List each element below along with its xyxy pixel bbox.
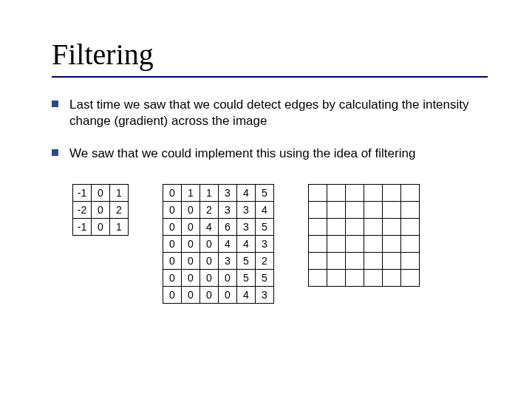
slide: Filtering Last time we saw that we could…: [0, 0, 532, 399]
cell: 3: [237, 202, 256, 219]
cell: [364, 185, 383, 202]
page-title: Filtering: [52, 37, 488, 72]
tables-row: -1 0 1 -2 0 2 -1 0 1 0 1 1 3 4 5: [52, 184, 488, 304]
cell: 1: [200, 185, 219, 202]
table-row: 0 0 0 0 5 5: [163, 270, 274, 287]
cell: [383, 219, 401, 236]
cell: [401, 270, 420, 287]
cell: [383, 253, 401, 270]
table-row: [309, 185, 420, 202]
cell: 2: [256, 253, 274, 270]
cell: [309, 236, 327, 253]
cell: 0: [92, 202, 110, 219]
table-row: -2 0 2: [73, 202, 129, 219]
cell: [346, 202, 364, 219]
cell: 5: [256, 270, 274, 287]
cell: [346, 270, 364, 287]
cell: 0: [219, 287, 237, 304]
cell: [327, 270, 346, 287]
cell: [364, 236, 383, 253]
cell: 0: [163, 202, 182, 219]
cell: 1: [110, 185, 129, 202]
cell: 0: [200, 253, 219, 270]
cell: [346, 185, 364, 202]
cell: [383, 270, 401, 287]
cell: [327, 185, 346, 202]
cell: 3: [219, 185, 237, 202]
cell: 4: [219, 236, 237, 253]
cell: [383, 236, 401, 253]
cell: [309, 253, 327, 270]
table-row: [309, 202, 420, 219]
cell: [383, 185, 401, 202]
cell: 2: [200, 202, 219, 219]
cell: 2: [110, 202, 129, 219]
cell: [401, 236, 420, 253]
cell: [346, 219, 364, 236]
table-row: 0 0 0 0 4 3: [163, 287, 274, 304]
table-row: 0 0 4 6 3 5: [163, 219, 274, 236]
table-row: -1 0 1: [73, 219, 129, 236]
cell: 0: [163, 287, 182, 304]
cell: 4: [237, 236, 256, 253]
cell: [364, 270, 383, 287]
table-row: [309, 270, 420, 287]
cell: 3: [256, 236, 274, 253]
cell: 3: [237, 219, 256, 236]
cell: 0: [92, 219, 110, 236]
cell: 5: [237, 270, 256, 287]
cell: 6: [219, 219, 237, 236]
cell: [401, 202, 420, 219]
cell: 1: [110, 219, 129, 236]
cell: [327, 219, 346, 236]
cell: 0: [163, 270, 182, 287]
cell: 5: [256, 185, 274, 202]
bullet-text: We saw that we could implement this usin…: [69, 146, 415, 160]
cell: 0: [182, 202, 200, 219]
cell: [309, 219, 327, 236]
output-table: [308, 184, 420, 287]
square-bullet-icon: [52, 100, 58, 107]
bullet-text: Last time we saw that we could detect ed…: [69, 98, 469, 128]
cell: 4: [237, 287, 256, 304]
cell: [327, 202, 346, 219]
list-item: Last time we saw that we could detect ed…: [52, 97, 488, 129]
image-table: 0 1 1 3 4 5 0 0 2 3 3 4 0 0 4 6 3 5: [163, 184, 274, 304]
cell: 0: [182, 219, 200, 236]
cell: 5: [256, 219, 274, 236]
cell: [401, 185, 420, 202]
cell: 1: [182, 185, 200, 202]
table-row: 0 0 0 3 5 2: [163, 253, 274, 270]
cell: [364, 202, 383, 219]
cell: -2: [73, 202, 92, 219]
cell: 0: [163, 253, 182, 270]
cell: [309, 185, 327, 202]
cell: [383, 202, 401, 219]
cell: 0: [163, 236, 182, 253]
cell: 5: [237, 253, 256, 270]
cell: [327, 253, 346, 270]
table-row: 0 0 2 3 3 4: [163, 202, 274, 219]
cell: 0: [182, 270, 200, 287]
cell: 0: [163, 185, 182, 202]
cell: 3: [256, 287, 274, 304]
table-row: [309, 236, 420, 253]
cell: 0: [182, 253, 200, 270]
bullet-list: Last time we saw that we could detect ed…: [52, 97, 488, 162]
cell: 0: [219, 270, 237, 287]
cell: 4: [200, 219, 219, 236]
table-row: 0 0 0 4 4 3: [163, 236, 274, 253]
square-bullet-icon: [52, 149, 58, 156]
kernel-table: -1 0 1 -2 0 2 -1 0 1: [72, 184, 129, 236]
list-item: We saw that we could implement this usin…: [52, 146, 488, 162]
cell: [364, 219, 383, 236]
cell: 0: [200, 287, 219, 304]
title-underline: [52, 76, 488, 78]
cell: 0: [163, 219, 182, 236]
cell: -1: [73, 185, 92, 202]
cell: [401, 253, 420, 270]
table-row: 0 1 1 3 4 5: [163, 185, 274, 202]
cell: 0: [200, 236, 219, 253]
cell: 0: [200, 270, 219, 287]
cell: 3: [219, 253, 237, 270]
